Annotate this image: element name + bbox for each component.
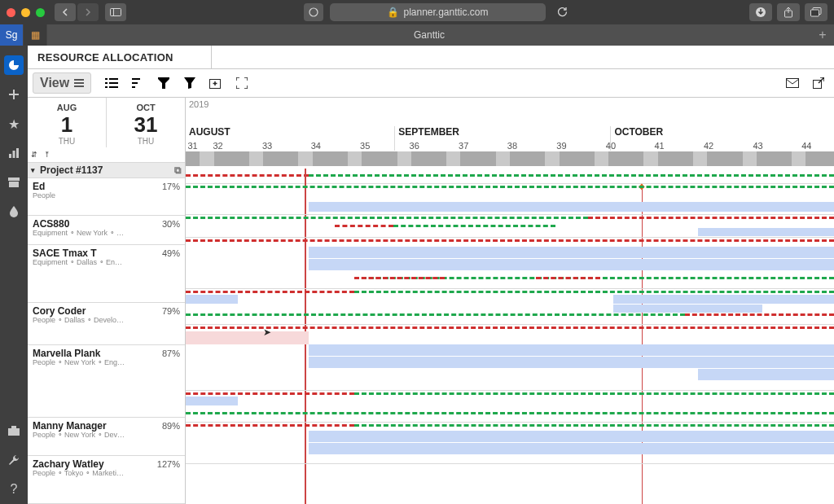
date-start[interactable]: AUG 1 THU <box>28 98 106 147</box>
favorite-2[interactable]: ▦ <box>24 24 47 46</box>
resource-row[interactable]: SACE Tmax TEquipment ∘ Dallas ∘ En…49% <box>28 245 185 303</box>
task-bar[interactable] <box>309 431 834 442</box>
resource-row[interactable]: Cory CoderPeople ∘ Dallas ∘ Develo…79% <box>28 303 185 345</box>
utilization-band <box>186 217 588 219</box>
filter-column-icon[interactable] <box>156 76 171 90</box>
svg-rect-16 <box>105 86 108 88</box>
project-row[interactable]: ▾ Project #1137 ⧉ <box>28 163 185 178</box>
downloads-button[interactable] <box>749 3 772 21</box>
chart-row[interactable] <box>186 215 834 238</box>
svg-rect-9 <box>16 148 19 158</box>
week-label: 39 <box>556 141 566 151</box>
task-bar[interactable] <box>309 247 834 258</box>
archive-icon[interactable] <box>4 173 24 192</box>
task-bar[interactable] <box>186 331 309 344</box>
utilization-band <box>393 225 555 227</box>
chart-row[interactable] <box>186 325 834 391</box>
gantt-chart[interactable]: ◆ <box>186 184 834 504</box>
reload-button[interactable] <box>552 3 572 21</box>
utilization-band <box>186 412 834 414</box>
briefcase-icon[interactable] <box>4 421 24 440</box>
star-icon[interactable]: ★ <box>4 114 24 134</box>
project-name: Project #1137 <box>40 164 103 176</box>
utilization-band <box>685 313 834 316</box>
task-bar[interactable] <box>309 344 834 356</box>
mail-icon[interactable] <box>785 76 800 90</box>
week-label: 34 <box>311 141 321 151</box>
url-text: planner.ganttic.com <box>403 7 488 18</box>
task-bar[interactable] <box>309 259 834 270</box>
chart-icon[interactable] <box>4 143 24 163</box>
resource-subtitle: Equipment ∘ New York ∘ … <box>33 230 180 238</box>
back-button[interactable] <box>55 3 76 21</box>
resource-row[interactable]: EdPeople17% <box>28 178 185 216</box>
site-settings-button[interactable] <box>304 3 323 21</box>
svg-point-2 <box>309 8 318 16</box>
resource-row[interactable]: Marvella PlankPeople ∘ New York ∘ Eng…87… <box>28 345 185 418</box>
tab-title[interactable]: Ganttic <box>47 24 811 46</box>
task-bar[interactable] <box>186 397 238 405</box>
address-bar[interactable]: 🔒 planner.ganttic.com <box>330 3 545 21</box>
task-bar[interactable] <box>613 305 762 313</box>
sidebar-toggle[interactable] <box>105 3 126 21</box>
resource-row[interactable]: Manny ManagerPeople ∘ New York ∘ Dev…89% <box>28 418 185 456</box>
svg-rect-19 <box>109 86 118 88</box>
zoom-window[interactable] <box>36 8 45 17</box>
browser-toolbar: 🔒 planner.ganttic.com <box>0 0 834 24</box>
svg-rect-13 <box>11 426 16 428</box>
list-view-icon[interactable] <box>104 76 119 90</box>
day-scale[interactable] <box>186 151 834 167</box>
filter-icon[interactable] <box>182 76 197 90</box>
minimize-window[interactable] <box>21 8 30 17</box>
new-tab-button[interactable]: + <box>811 24 834 46</box>
resource-row[interactable]: ACS880Equipment ∘ New York ∘ …30% <box>28 216 185 245</box>
timescale-header[interactable]: 2019 AUGUSTSEPTEMBEROCTOBER 313233343536… <box>186 98 834 151</box>
view-menu-button[interactable]: View <box>33 72 91 94</box>
svg-rect-0 <box>111 9 121 16</box>
sort-icon[interactable] <box>130 76 145 90</box>
chart-row[interactable] <box>186 289 834 325</box>
chart-row[interactable] <box>186 391 834 423</box>
fullscreen-icon[interactable] <box>235 76 249 90</box>
app-logo-icon[interactable] <box>4 55 24 75</box>
export-icon[interactable] <box>811 76 826 90</box>
utilization-band <box>588 217 834 219</box>
task-bar[interactable] <box>309 357 834 368</box>
add-task-icon[interactable] <box>208 76 223 90</box>
resource-name: ACS880 <box>33 219 180 230</box>
task-bar[interactable] <box>613 295 834 304</box>
share-button[interactable] <box>777 3 800 21</box>
drop-icon[interactable] <box>4 202 24 221</box>
svg-rect-22 <box>132 86 135 88</box>
task-bar[interactable] <box>309 202 834 212</box>
collapse-all-button[interactable]: ⇵ <box>28 147 41 162</box>
expand-all-button[interactable]: ⤒ <box>41 147 54 162</box>
app-toolbar: View <box>28 68 834 98</box>
favorite-1[interactable]: Sg <box>0 24 24 46</box>
tabs-button[interactable] <box>805 3 827 21</box>
forward-button[interactable] <box>77 3 99 21</box>
chart-row[interactable] <box>186 184 834 215</box>
svg-rect-7 <box>9 154 11 158</box>
chart-row[interactable] <box>186 238 834 289</box>
chart-row[interactable] <box>186 423 834 464</box>
wrench-icon[interactable] <box>4 450 24 470</box>
resource-row[interactable]: Zachary WatleyPeople ∘ Tokyo ∘ Marketi…1… <box>28 456 185 504</box>
task-bar[interactable] <box>698 228 834 236</box>
date-range-header[interactable]: AUG 1 THU OCT 31 THU <box>28 98 185 147</box>
week-label: 41 <box>655 141 665 151</box>
task-bar[interactable] <box>186 295 238 304</box>
task-bar[interactable] <box>698 369 834 380</box>
page-title[interactable]: RESOURCE ALLOCATION <box>28 46 212 69</box>
external-link-icon[interactable]: ⧉ <box>174 164 182 176</box>
utilization-band <box>186 392 354 395</box>
resource-name: SACE Tmax T <box>33 248 180 259</box>
utilization-band <box>354 277 445 279</box>
date-end[interactable]: OCT 31 THU <box>106 98 185 147</box>
week-label: 38 <box>507 141 517 151</box>
task-bar[interactable] <box>309 443 834 454</box>
add-icon[interactable] <box>4 85 24 104</box>
help-icon[interactable]: ? <box>4 480 24 499</box>
close-window[interactable] <box>7 8 15 17</box>
svg-rect-8 <box>13 151 15 158</box>
